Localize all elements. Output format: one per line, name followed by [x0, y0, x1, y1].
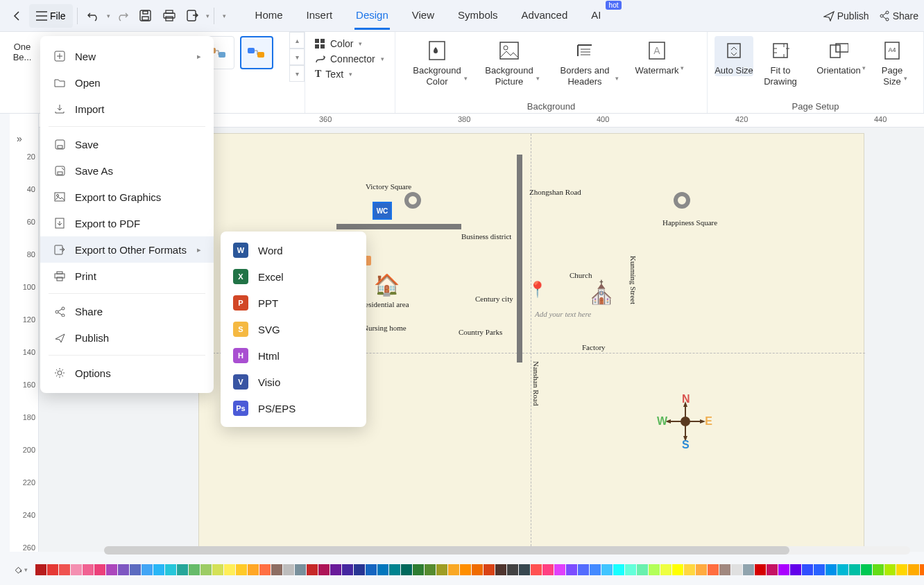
- compass[interactable]: N E S W: [661, 397, 710, 446]
- color-swatch[interactable]: [401, 564, 412, 575]
- back-button[interactable]: [6, 4, 29, 28]
- color-swatch[interactable]: [590, 564, 601, 575]
- menu-share[interactable]: Share: [40, 298, 214, 324]
- color-swatch[interactable]: [708, 564, 719, 575]
- label-residential[interactable]: Residential area: [360, 300, 409, 308]
- color-swatch[interactable]: [165, 564, 176, 575]
- menu-save[interactable]: Save: [40, 131, 214, 157]
- house-icon[interactable]: 🏠: [374, 272, 400, 297]
- label-nursing[interactable]: Nursing home: [363, 324, 407, 332]
- publish-button[interactable]: Publish: [823, 10, 869, 21]
- doc-tab-strip[interactable]: One Be...: [7, 42, 37, 62]
- label-nanshan[interactable]: Nanshan Road: [532, 361, 540, 405]
- color-swatch[interactable]: [271, 564, 282, 575]
- color-swatch[interactable]: [377, 564, 388, 575]
- color-swatch[interactable]: [660, 564, 671, 575]
- label-parks[interactable]: Country Parks: [459, 328, 502, 336]
- color-swatch[interactable]: [436, 564, 447, 575]
- export-ppt[interactable]: PPPT: [221, 290, 366, 316]
- tab-advanced[interactable]: Advanced: [520, 2, 570, 30]
- color-swatch[interactable]: [330, 564, 341, 575]
- color-swatch[interactable]: [920, 564, 924, 575]
- color-swatch[interactable]: [259, 564, 271, 575]
- color-swatch[interactable]: [767, 564, 778, 575]
- color-swatch[interactable]: [755, 564, 766, 575]
- label-business[interactable]: Business district: [461, 232, 511, 241]
- save-button[interactable]: [134, 4, 157, 28]
- color-swatch[interactable]: [425, 564, 436, 575]
- color-swatch[interactable]: [625, 564, 636, 575]
- color-swatch[interactable]: [47, 564, 58, 575]
- color-swatch[interactable]: [837, 564, 848, 575]
- tab-insert[interactable]: Insert: [305, 2, 334, 30]
- color-swatch[interactable]: [507, 564, 518, 575]
- color-swatch[interactable]: [283, 564, 294, 575]
- redo-button[interactable]: [110, 4, 134, 28]
- export-word[interactable]: WWord: [221, 237, 366, 263]
- menu-export-graphics[interactable]: Export to Graphics: [40, 184, 214, 210]
- color-swatch[interactable]: [389, 564, 400, 575]
- color-swatch[interactable]: [884, 564, 896, 575]
- color-swatch[interactable]: [248, 564, 259, 575]
- undo-button[interactable]: [82, 4, 105, 28]
- tab-ai[interactable]: AIhot: [590, 2, 602, 30]
- color-swatch[interactable]: [495, 564, 506, 575]
- color-swatch[interactable]: [366, 564, 377, 575]
- color-swatch[interactable]: [318, 564, 330, 575]
- bg-color-button[interactable]: Background Color▾: [402, 36, 472, 87]
- color-swatch[interactable]: [295, 564, 306, 575]
- print-button[interactable]: [157, 4, 181, 28]
- color-swatch[interactable]: [142, 564, 153, 575]
- color-swatch[interactable]: [719, 564, 730, 575]
- color-swatch[interactable]: [637, 564, 648, 575]
- color-swatch[interactable]: [802, 564, 813, 575]
- color-swatch[interactable]: [71, 564, 82, 575]
- color-swatch[interactable]: [354, 564, 365, 575]
- color-swatch[interactable]: [35, 564, 46, 575]
- label-zhongshan[interactable]: Zhongshan Road: [529, 188, 581, 196]
- menu-print[interactable]: Print: [40, 263, 214, 289]
- color-swatch[interactable]: [908, 564, 919, 575]
- color-swatch[interactable]: [236, 564, 247, 575]
- auto-size-button[interactable]: Auto Size: [715, 36, 753, 76]
- color-swatch[interactable]: [613, 564, 624, 575]
- color-swatch[interactable]: [696, 564, 707, 575]
- label-victory[interactable]: Victory Square: [366, 182, 411, 191]
- color-swatch[interactable]: [130, 564, 141, 575]
- color-swatch[interactable]: [307, 564, 318, 575]
- color-swatch[interactable]: [189, 564, 200, 575]
- color-swatch[interactable]: [672, 564, 683, 575]
- color-swatch[interactable]: [814, 564, 825, 575]
- color-swatch[interactable]: [554, 564, 565, 575]
- color-swatch[interactable]: [778, 564, 789, 575]
- color-swatch[interactable]: [460, 564, 471, 575]
- label-church[interactable]: Church: [570, 271, 592, 279]
- export-dropdown[interactable]: ▾: [206, 12, 209, 19]
- color-swatch[interactable]: [212, 564, 223, 575]
- watermark-button[interactable]: AWatermark▾: [626, 36, 688, 76]
- borders-button[interactable]: Borders and Headers▾: [547, 36, 623, 87]
- label-factory[interactable]: Factory: [582, 343, 606, 351]
- color-swatch[interactable]: [484, 564, 495, 575]
- color-swatch[interactable]: [106, 564, 117, 575]
- color-swatch[interactable]: [177, 564, 188, 575]
- horizontal-scrollbar[interactable]: [104, 546, 910, 555]
- label-kunming[interactable]: Kunming Street: [629, 256, 638, 304]
- menu-open[interactable]: Open: [40, 69, 214, 96]
- export-pseps[interactable]: PsPS/EPS: [221, 395, 366, 421]
- tab-home[interactable]: Home: [254, 2, 284, 30]
- fill-bucket-icon[interactable]: ▾: [14, 563, 28, 577]
- export-html[interactable]: HHtml: [221, 342, 366, 369]
- label-century[interactable]: Century city: [475, 295, 513, 303]
- color-swatch[interactable]: [566, 564, 577, 575]
- tab-symbols[interactable]: Symbols: [456, 2, 499, 30]
- color-swatch[interactable]: [825, 564, 837, 575]
- tab-design[interactable]: Design: [354, 2, 390, 30]
- label-happiness[interactable]: Happiness Square: [662, 218, 717, 227]
- tab-view[interactable]: View: [411, 2, 436, 30]
- menu-export-other[interactable]: Export to Other Formats▸: [40, 236, 214, 263]
- menu-export-pdf[interactable]: Export to PDF: [40, 210, 214, 236]
- color-swatch[interactable]: [649, 564, 660, 575]
- color-swatch[interactable]: [531, 564, 542, 575]
- color-swatch[interactable]: [743, 564, 754, 575]
